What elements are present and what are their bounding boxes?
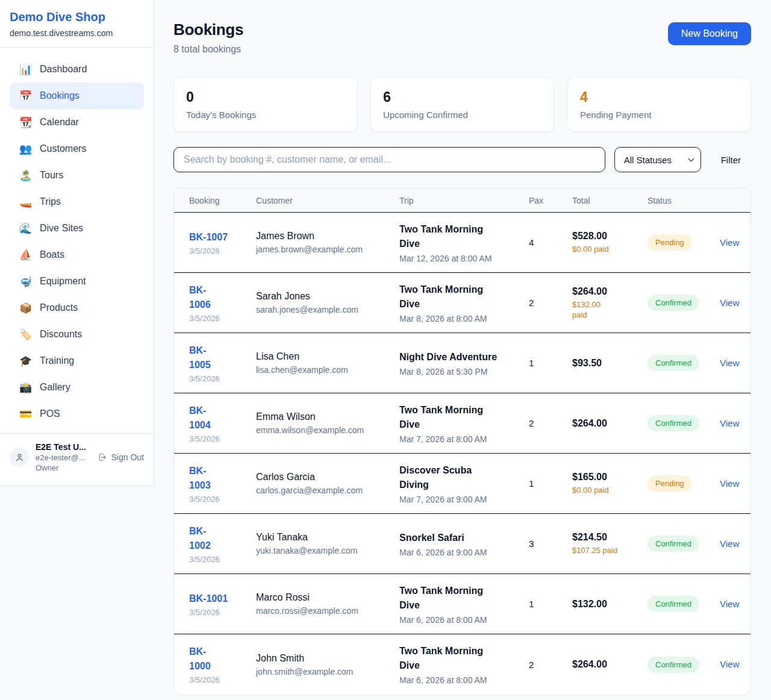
customer-name: Carlos Garcia <box>256 472 399 483</box>
booking-cell: BK- 1000 3/5/2026 <box>189 645 256 684</box>
status-cell: Confirmed <box>648 657 720 673</box>
total-cell: $528.00 $0.00 paid <box>572 231 648 254</box>
col-header-trip: Trip <box>399 196 529 205</box>
sidebar-item-boats[interactable]: ⛵Boats <box>10 242 144 268</box>
booking-date: 3/5/2026 <box>189 374 256 383</box>
bar-chart-icon: 📊 <box>19 63 32 76</box>
total-cell: $264.00 <box>572 659 648 670</box>
table-header-row: Booking Customer Trip Pax Total Status <box>174 189 751 213</box>
sidebar-item-discounts[interactable]: 🏷️Discounts <box>10 321 144 348</box>
stat-label: Pending Payment <box>580 110 738 120</box>
status-cell: Confirmed <box>648 415 720 431</box>
stat-label: Today's Bookings <box>186 110 345 120</box>
stat-card-todays-bookings: 0 Today's Bookings <box>173 77 357 132</box>
stat-cards: 0 Today's Bookings 6 Upcoming Confirmed … <box>173 77 751 132</box>
customer-cell: Emma Wilson emma.wilson@example.com <box>256 411 399 435</box>
pax-count: 3 <box>529 539 572 549</box>
sidebar-item-label: Discounts <box>40 329 82 340</box>
sidebar-item-dive-sites[interactable]: 🌊Dive Sites <box>10 215 144 242</box>
sign-out-button[interactable]: Sign Out <box>98 452 144 462</box>
view-link[interactable]: View <box>720 298 739 308</box>
view-link[interactable]: View <box>720 599 739 609</box>
total-amount: $264.00 <box>572 659 648 670</box>
view-link[interactable]: View <box>720 418 739 428</box>
sidebar-item-customers[interactable]: 👥Customers <box>10 136 144 162</box>
page-title: Bookings <box>173 20 243 39</box>
user-info: E2E Test U... e2e-tester@... Owner <box>36 442 91 472</box>
customer-email: carlos.garcia@example.com <box>256 486 399 495</box>
sidebar-item-label: Training <box>40 355 74 366</box>
booking-date: 3/5/2026 <box>189 675 256 684</box>
view-link[interactable]: View <box>720 659 739 669</box>
sidebar-item-gallery[interactable]: 📸Gallery <box>10 374 144 401</box>
customer-cell: Yuki Tanaka yuki.tanaka@example.com <box>256 532 399 555</box>
trip-datetime: Mar 7, 2026 at 8:00 AM <box>399 434 529 444</box>
status-badge: Pending <box>648 475 692 492</box>
sidebar-item-label: Calendar <box>40 117 79 128</box>
sign-out-label: Sign Out <box>111 452 144 462</box>
view-link[interactable]: View <box>720 237 739 248</box>
sidebar-item-products[interactable]: 📦Products <box>10 295 144 321</box>
actions-cell: View <box>720 418 739 429</box>
grad-cap-icon: 🎓 <box>19 355 32 367</box>
sidebar: Demo Dive Shop demo.test.divestreams.com… <box>0 0 154 486</box>
customer-cell: James Brown james.brown@example.com <box>256 231 399 254</box>
booking-id-link[interactable]: BK- 1000 <box>189 645 256 673</box>
trip-cell: Night Dive Adventure Mar 8, 2026 at 5:30… <box>399 350 529 377</box>
actions-cell: View <box>720 237 739 248</box>
status-select[interactable]: All Statuses <box>614 147 701 172</box>
sidebar-item-label: Dashboard <box>40 64 87 75</box>
sidebar-item-bookings[interactable]: 📅Bookings <box>10 83 144 109</box>
booking-id-link[interactable]: BK- 1002 <box>189 524 256 553</box>
filter-button[interactable]: Filter <box>711 155 751 165</box>
app-root: Demo Dive Shop demo.test.divestreams.com… <box>0 0 771 700</box>
view-link[interactable]: View <box>720 478 739 489</box>
person-icon <box>14 452 25 463</box>
sidebar-item-equipment[interactable]: 🤿Equipment <box>10 268 144 295</box>
view-link[interactable]: View <box>720 539 739 549</box>
trip-datetime: Mar 8, 2026 at 8:00 AM <box>399 314 529 323</box>
search-input[interactable] <box>173 147 605 172</box>
logout-icon <box>98 452 107 462</box>
sailboat-icon: ⛵ <box>19 249 32 261</box>
calendar-pad-icon: 📆 <box>19 116 32 129</box>
booking-id-link[interactable]: BK-1007 <box>189 230 256 245</box>
status-badge: Confirmed <box>648 657 699 673</box>
customer-cell: Sarah Jones sarah.jones@example.com <box>256 291 399 314</box>
sidebar-item-training[interactable]: 🎓Training <box>10 348 144 374</box>
view-link[interactable]: View <box>720 358 739 368</box>
sidebar-item-pos[interactable]: 💳POS <box>10 401 144 427</box>
booking-id-link[interactable]: BK- 1005 <box>189 343 256 372</box>
calendar-icon: 📅 <box>19 90 32 102</box>
booking-id-link[interactable]: BK- 1006 <box>189 283 256 312</box>
new-booking-button[interactable]: New Booking <box>668 22 751 45</box>
brand-domain: demo.test.divestreams.com <box>10 28 144 38</box>
sidebar-item-dashboard[interactable]: 📊Dashboard <box>10 56 144 83</box>
sidebar-item-calendar[interactable]: 📆Calendar <box>10 109 144 136</box>
brand-link[interactable]: Demo Dive Shop <box>10 10 144 24</box>
table-row: BK- 1003 3/5/2026 Carlos Garcia carlos.g… <box>174 454 751 514</box>
camera-icon: 📸 <box>19 381 32 394</box>
sidebar-item-tours[interactable]: 🏝️Tours <box>10 162 144 189</box>
table-row: BK- 1005 3/5/2026 Lisa Chen lisa.chen@ex… <box>174 333 751 393</box>
col-header-booking: Booking <box>189 196 256 205</box>
status-badge: Confirmed <box>648 355 699 371</box>
sidebar-item-trips[interactable]: 🚤Trips <box>10 189 144 215</box>
booking-id-link[interactable]: BK- 1004 <box>189 404 256 433</box>
stat-value: 6 <box>383 89 542 105</box>
table-row: BK- 1002 3/5/2026 Yuki Tanaka yuki.tanak… <box>174 514 751 574</box>
booking-date: 3/5/2026 <box>189 314 256 323</box>
customer-name: John Smith <box>256 653 399 664</box>
table-body: BK-1007 3/5/2026 James Brown james.brown… <box>174 213 751 695</box>
sidebar-item-label: Trips <box>40 196 61 207</box>
booking-id-link[interactable]: BK-1001 <box>189 592 256 606</box>
status-cell: Pending <box>648 475 720 492</box>
total-amount: $264.00 <box>572 418 648 429</box>
col-header-pax: Pax <box>529 196 572 205</box>
brand-block: Demo Dive Shop demo.test.divestreams.com <box>0 0 154 48</box>
booking-cell: BK-1007 3/5/2026 <box>189 230 256 255</box>
pax-count: 2 <box>529 298 572 308</box>
col-header-customer: Customer <box>256 196 399 205</box>
customer-name: Marco Rossi <box>256 592 399 603</box>
booking-id-link[interactable]: BK- 1003 <box>189 464 256 493</box>
